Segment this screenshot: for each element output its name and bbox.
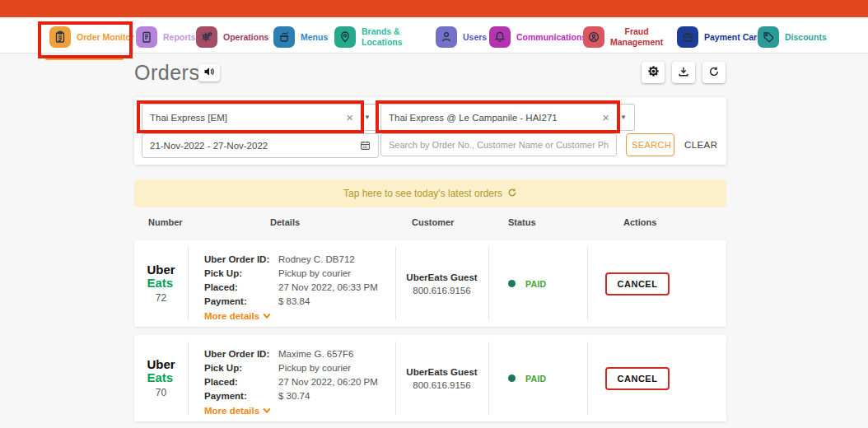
speaker-icon (203, 67, 215, 79)
date-range-picker[interactable]: 21-Nov-2022 - 27-Nov-2022 (142, 133, 379, 158)
chevron-down-icon[interactable]: ▼ (620, 114, 627, 121)
customer-cell: UberEats Guest 800.616.9156 (395, 335, 488, 421)
date-range-value: 21-Nov-2022 - 27-Nov-2022 (150, 141, 360, 151)
chevron-down-icon (263, 311, 271, 321)
nav-label-discounts: Discounts (785, 32, 827, 43)
active-tab-indicator (45, 58, 124, 60)
nav-item-reports[interactable]: Reports (136, 26, 196, 48)
map-pin-icon (334, 26, 356, 48)
actions-cell: CANCEL (587, 335, 726, 421)
brand-dropdown[interactable]: Thai Express [EM] × ▼ (142, 104, 379, 131)
latest-orders-banner[interactable]: Tap here to see today's latest orders (134, 179, 726, 207)
status-badge: PAID (525, 374, 547, 384)
order-number: 70 (156, 387, 166, 398)
person-badge-icon (583, 26, 604, 48)
nav-label-order-monitor: Order Monitor (77, 32, 134, 43)
detail-value: Pickup by courier (278, 361, 351, 375)
more-details-label: More details (204, 406, 259, 416)
cancel-order-button[interactable]: CANCEL (605, 367, 670, 390)
column-header-actions: Actions (623, 217, 656, 227)
calendar-icon (360, 140, 371, 152)
location-dropdown-value: Thai Express @ Le Campanile - HAI271 (389, 113, 602, 123)
detail-label: Uber Order ID: (204, 253, 278, 267)
nav-label-brands-locations: Brands & Locations (362, 26, 403, 47)
nav-label-users: Users (463, 32, 487, 43)
customer-cell: UberEats Guest 800.616.9156 (395, 240, 488, 327)
column-divider (188, 247, 189, 320)
nav-item-payment-cards[interactable]: Payment Cards (677, 26, 767, 48)
nav-item-menus[interactable]: Menus (273, 26, 328, 48)
report-document-icon (136, 26, 157, 48)
logo-line-2: Eats (147, 277, 175, 289)
detail-label: Uber Order ID: (204, 347, 278, 361)
cancel-order-button[interactable]: CANCEL (605, 272, 670, 295)
tag-icon (758, 26, 779, 48)
nav-item-communications[interactable]: Communications (489, 26, 586, 48)
refresh-icon (507, 188, 517, 200)
more-details-link[interactable]: More details (204, 311, 378, 321)
cooking-pot-icon (273, 26, 295, 48)
detail-label: Placed: (204, 375, 278, 389)
search-button[interactable]: SEARCH (626, 133, 674, 156)
banner-text: Tap here to see today's latest orders (343, 188, 502, 199)
order-number: 72 (156, 292, 166, 304)
brand-dropdown-value: Thai Express [EM] (150, 113, 346, 123)
clipboard-icon (49, 26, 71, 48)
refresh-button[interactable] (702, 62, 726, 83)
order-search-input[interactable] (380, 133, 617, 156)
detail-label: Placed: (204, 281, 278, 295)
detail-label: Pick Up: (204, 267, 278, 281)
nav-item-order-monitor[interactable]: Order Monitor (49, 26, 134, 48)
nav-item-fraud-management[interactable]: Fraud Management (583, 26, 663, 48)
status-dot-icon (508, 280, 516, 287)
briefcase-icon (677, 26, 698, 48)
gear-icon (647, 65, 660, 80)
order-row: Uber Eats 70 Uber Order ID:Maxime G. 657… (134, 335, 726, 421)
nav-item-brands-locations[interactable]: Brands & Locations (334, 26, 403, 48)
detail-value: 27 Nov 2022, 06:33 PM (278, 281, 378, 295)
app-screen: Order Monitor Reports Operations Menus (0, 0, 868, 428)
nav-label-operations: Operations (223, 32, 268, 43)
clear-x-icon[interactable]: × (346, 111, 353, 123)
order-details: Uber Order ID:Maxime G. 657F6 Pick Up:Pi… (204, 347, 378, 416)
customer-phone: 800.616.9156 (413, 284, 470, 297)
column-header-details: Details (270, 217, 300, 227)
sound-toggle-button[interactable] (198, 64, 220, 81)
nav-label-reports: Reports (163, 32, 196, 43)
clear-x-icon[interactable]: × (602, 111, 609, 123)
download-icon (678, 66, 689, 80)
order-source: Uber Eats 70 (134, 335, 188, 421)
status-cell: PAID (488, 240, 587, 327)
filters-panel: Thai Express [EM] × ▼ Thai Express @ Le … (134, 97, 726, 165)
ubereats-logo: Uber Eats (147, 263, 175, 289)
column-divider (188, 342, 189, 415)
settings-button[interactable] (642, 62, 665, 83)
detail-value: $ 83.84 (278, 295, 310, 309)
detail-label: Payment: (204, 389, 278, 403)
nav-item-operations[interactable]: Operations (196, 26, 268, 48)
nav-item-discounts[interactable]: Discounts (758, 26, 827, 48)
detail-value: Rodney C. DB712 (278, 253, 355, 267)
order-details: Uber Order ID:Rodney C. DB712 Pick Up:Pi… (204, 253, 378, 321)
logo-line-2: Eats (147, 371, 175, 384)
detail-label: Pick Up: (204, 361, 278, 375)
main-navigation: Order Monitor Reports Operations Menus (0, 17, 868, 54)
refresh-icon (708, 66, 720, 80)
bell-icon (489, 26, 511, 48)
nav-item-users[interactable]: Users (436, 26, 487, 48)
status-dot-icon (508, 374, 516, 382)
page-title: Orders (134, 61, 199, 85)
export-download-button[interactable] (672, 62, 695, 83)
column-header-number: Number (148, 217, 183, 227)
ubereats-logo: Uber Eats (147, 358, 175, 384)
chevron-down-icon[interactable]: ▼ (364, 114, 371, 121)
column-header-customer: Customer (412, 217, 454, 227)
detail-value: Maxime G. 657F6 (278, 347, 353, 361)
logo-line-1: Uber (147, 358, 175, 370)
clear-button[interactable]: CLEAR (684, 133, 717, 156)
logo-line-1: Uber (147, 263, 175, 276)
location-dropdown[interactable]: Thai Express @ Le Campanile - HAI271 × ▼ (380, 104, 635, 131)
more-details-link[interactable]: More details (204, 406, 378, 416)
status-badge: PAID (525, 279, 547, 289)
customer-phone: 800.616.9156 (413, 379, 470, 392)
